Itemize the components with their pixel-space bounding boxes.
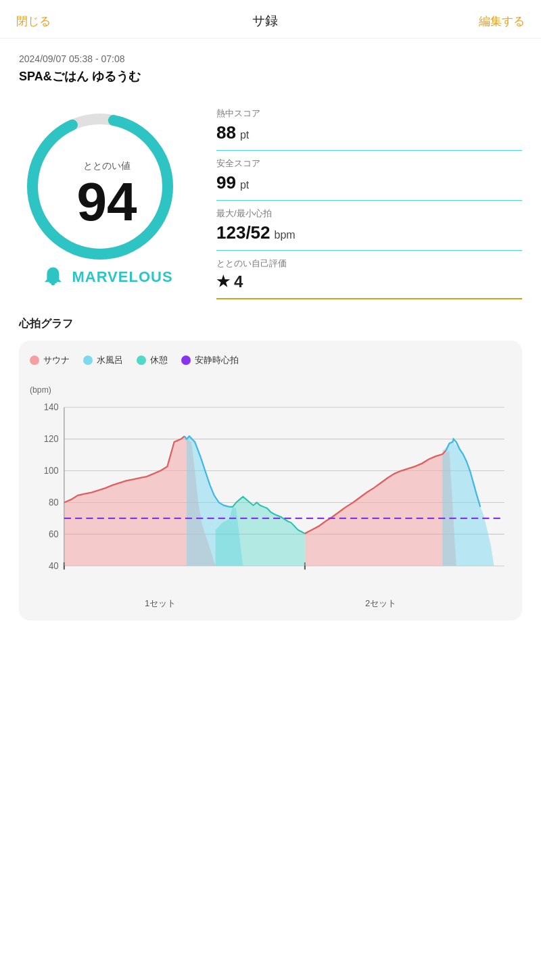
stat-item-self-rating: ととのい自己評価 ★ 4 bbox=[216, 251, 522, 299]
stat-value-1: 99pt bbox=[216, 172, 522, 193]
stats-panel: 熱中スコア 88pt 安全スコア 99pt 最大/最小心拍 123/52bpm … bbox=[216, 101, 522, 299]
legend-item-rest: 休憩 bbox=[137, 354, 168, 366]
location-name: SPA&ごはん ゆるうむ bbox=[19, 68, 522, 84]
circle-gauge: ととのい値 94 MARVELOUS bbox=[19, 105, 195, 295]
legend-item-water: 水風呂 bbox=[83, 354, 123, 366]
set-labels: 1セット 2セット bbox=[30, 595, 511, 610]
stat-label-3: ととのい自己評価 bbox=[216, 258, 522, 270]
svg-text:120: 120 bbox=[44, 434, 59, 444]
meta-section: 2024/09/07 05:38 - 07:08 SPA&ごはん ゆるうむ bbox=[0, 39, 541, 84]
svg-text:40: 40 bbox=[49, 560, 59, 570]
graph-title: 心拍グラフ bbox=[19, 317, 522, 331]
marvelous-badge: MARVELOUS bbox=[41, 265, 172, 289]
graph-section: 心拍グラフ サウナ 水風呂 休憩 安静時心拍 bbox=[0, 310, 541, 620]
stat-label-2: 最大/最小心拍 bbox=[216, 207, 522, 220]
svg-text:100: 100 bbox=[44, 466, 59, 476]
set-label-1: 1セット bbox=[145, 597, 176, 610]
date-time: 2024/09/07 05:38 - 07:08 bbox=[19, 53, 522, 64]
water-dot bbox=[83, 356, 93, 365]
chart-wrapper: 40 60 80 100 120 140 (bpm) bbox=[30, 378, 511, 610]
legend-label-rest: 休憩 bbox=[150, 354, 168, 366]
stat-item-safety: 安全スコア 99pt bbox=[216, 151, 522, 201]
stat-item-concentration: 熱中スコア 88pt bbox=[216, 101, 522, 151]
stat-label-0: 熱中スコア bbox=[216, 107, 522, 120]
legend-item-resting-hr: 安静時心拍 bbox=[181, 354, 239, 366]
legend-label-resting-hr: 安静時心拍 bbox=[195, 354, 239, 366]
svg-text:80: 80 bbox=[49, 497, 59, 507]
svg-marker-24 bbox=[305, 451, 456, 566]
legend-label-sauna: サウナ bbox=[43, 354, 70, 366]
stat-value-2: 123/52bpm bbox=[216, 222, 522, 243]
set-label-2: 2セット bbox=[365, 597, 396, 610]
legend-item-sauna: サウナ bbox=[30, 354, 70, 366]
star-rating: ★ 4 bbox=[216, 272, 522, 291]
star-icon: ★ bbox=[216, 273, 230, 291]
legend-label-water: 水風呂 bbox=[97, 354, 123, 366]
svg-text:140: 140 bbox=[44, 402, 59, 412]
header: 閉じる サ録 編集する bbox=[0, 0, 541, 39]
bell-icon bbox=[41, 265, 65, 289]
edit-button[interactable]: 編集する bbox=[479, 14, 525, 29]
svg-marker-25 bbox=[442, 442, 494, 566]
score-value: 94 bbox=[77, 172, 137, 232]
graph-card: サウナ 水風呂 休憩 安静時心拍 bbox=[19, 341, 522, 620]
stat-item-heartrate: 最大/最小心拍 123/52bpm bbox=[216, 201, 522, 251]
marvelous-text: MARVELOUS bbox=[72, 268, 172, 286]
score-label: ととのい値 94 bbox=[77, 160, 137, 229]
stat-label-1: 安全スコア bbox=[216, 157, 522, 170]
svg-text:60: 60 bbox=[49, 529, 59, 539]
score-label-text: ととのい値 bbox=[77, 160, 137, 172]
resting-hr-dot bbox=[181, 356, 191, 365]
page-title: サ録 bbox=[252, 12, 278, 30]
svg-rect-3 bbox=[49, 281, 57, 283]
sauna-dot bbox=[30, 356, 39, 365]
rest-dot bbox=[137, 356, 146, 365]
score-section: ととのい値 94 MARVELOUS 熱中スコア 88pt 安全スコア 99pt bbox=[0, 84, 541, 310]
close-button[interactable]: 閉じる bbox=[16, 14, 51, 29]
stat-value-0: 88pt bbox=[216, 122, 522, 143]
svg-text:(bpm): (bpm) bbox=[30, 385, 51, 395]
legend-row: サウナ 水風呂 休憩 安静時心拍 bbox=[30, 354, 511, 366]
heart-rate-chart: 40 60 80 100 120 140 (bpm) bbox=[30, 378, 511, 595]
